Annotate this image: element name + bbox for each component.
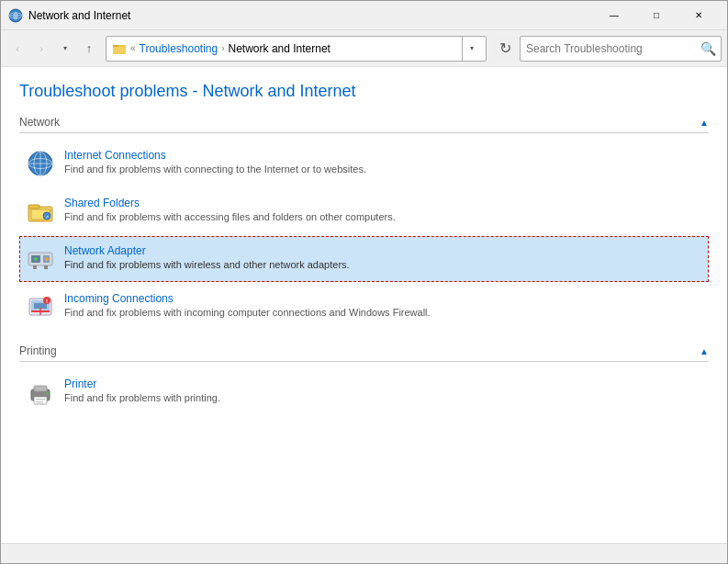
internet-connections-text: Internet Connections Find and fix proble…: [64, 149, 702, 175]
network-section-header: Network ▲: [19, 116, 709, 133]
title-bar: Network and Internet — □ ✕: [1, 1, 727, 30]
network-adapter-icon: [26, 244, 55, 274]
recent-locations-button[interactable]: ▾: [54, 36, 76, 62]
status-bar: [1, 543, 727, 563]
forward-button[interactable]: ›: [30, 36, 52, 62]
svg-rect-20: [44, 265, 48, 269]
printer-text: Printer Find and fix problems with print…: [64, 378, 702, 403]
maximize-button[interactable]: □: [635, 1, 678, 30]
shared-folders-desc: Find and fix problems with accessing fil…: [64, 211, 702, 222]
breadcrumb-arrow: ›: [221, 43, 224, 53]
shared-folders-item[interactable]: ↗ Shared Folders Find and fix problems w…: [19, 188, 709, 234]
internet-connections-desc: Find and fix problems with connecting to…: [64, 164, 702, 175]
main-window: Network and Internet — □ ✕ ‹ › ▾ ↑ « T: [0, 0, 728, 564]
breadcrumb: « Troubleshooting › Network and Internet: [112, 41, 462, 56]
printer-icon: [26, 378, 55, 407]
printer-item[interactable]: Printer Find and fix problems with print…: [19, 369, 709, 415]
network-section: Network ▲ Internet Connections Find: [19, 116, 709, 330]
shared-folders-icon: ↗: [26, 197, 55, 226]
network-adapter-desc: Find and fix problems with wireless and …: [64, 259, 702, 270]
svg-point-33: [47, 392, 50, 395]
printer-title: Printer: [64, 378, 702, 390]
address-bar: ‹ › ▾ ↑ « Troubleshooting › Network and …: [1, 30, 727, 67]
network-adapter-text: Network Adapter Find and fix problems wi…: [64, 244, 702, 270]
breadcrumb-double-chevron: «: [130, 43, 136, 53]
printing-collapse-button[interactable]: ▲: [700, 346, 709, 356]
printing-section: Printing ▲ Printer Find: [19, 344, 709, 415]
window-title: Network and Internet: [28, 9, 593, 22]
shared-folders-text: Shared Folders Find and fix problems wit…: [64, 197, 702, 222]
svg-text:!: !: [46, 299, 48, 304]
incoming-connections-item[interactable]: ! Incoming Connections Find and fix prob…: [19, 284, 709, 330]
incoming-connections-text: Incoming Connections Find and fix proble…: [64, 292, 702, 318]
svg-rect-29: [34, 386, 47, 391]
up-button[interactable]: ↑: [78, 36, 100, 62]
svg-rect-19: [33, 265, 37, 269]
incoming-connections-desc: Find and fix problems with incoming comp…: [64, 307, 702, 318]
svg-rect-12: [28, 205, 39, 209]
breadcrumb-icon: [112, 41, 127, 56]
refresh-button[interactable]: ↻: [492, 36, 518, 62]
svg-text:↗: ↗: [45, 214, 49, 220]
search-input[interactable]: [521, 42, 695, 55]
network-adapter-title: Network Adapter: [64, 244, 702, 257]
svg-rect-32: [36, 401, 43, 403]
internet-connections-item[interactable]: Internet Connections Find and fix proble…: [19, 141, 709, 186]
svg-rect-31: [36, 399, 45, 400]
minimize-button[interactable]: —: [593, 1, 635, 30]
svg-rect-5: [113, 45, 118, 47]
close-button[interactable]: ✕: [678, 1, 720, 30]
svg-point-21: [34, 257, 38, 261]
back-button[interactable]: ‹: [6, 36, 28, 62]
search-box[interactable]: 🔍: [520, 36, 722, 62]
title-bar-controls: — □ ✕: [593, 1, 720, 30]
address-bar-input[interactable]: « Troubleshooting › Network and Internet…: [106, 36, 487, 62]
network-adapter-item[interactable]: Network Adapter Find and fix problems wi…: [19, 236, 709, 282]
breadcrumb-current: Network and Internet: [229, 42, 330, 55]
printing-section-header: Printing ▲: [19, 344, 709, 362]
search-icon[interactable]: 🔍: [695, 36, 721, 62]
shared-folders-title: Shared Folders: [64, 197, 702, 209]
incoming-connections-title: Incoming Connections: [64, 292, 702, 305]
printing-section-title: Printing: [19, 344, 57, 357]
network-collapse-button[interactable]: ▲: [700, 118, 709, 128]
breadcrumb-parent-link[interactable]: Troubleshooting: [140, 42, 218, 55]
internet-connections-title: Internet Connections: [64, 149, 702, 162]
network-section-title: Network: [19, 116, 60, 129]
internet-connections-icon: [26, 149, 55, 178]
window-icon: [8, 8, 23, 23]
incoming-connections-icon: !: [26, 292, 55, 321]
address-dropdown-button[interactable]: ▾: [462, 36, 480, 62]
content-area: Troubleshoot problems - Network and Inte…: [1, 67, 727, 543]
svg-point-22: [45, 257, 49, 261]
page-title: Troubleshoot problems - Network and Inte…: [19, 82, 709, 101]
svg-rect-4: [113, 47, 126, 54]
printer-desc: Find and fix problems with printing.: [64, 392, 702, 403]
svg-rect-30: [34, 397, 47, 404]
